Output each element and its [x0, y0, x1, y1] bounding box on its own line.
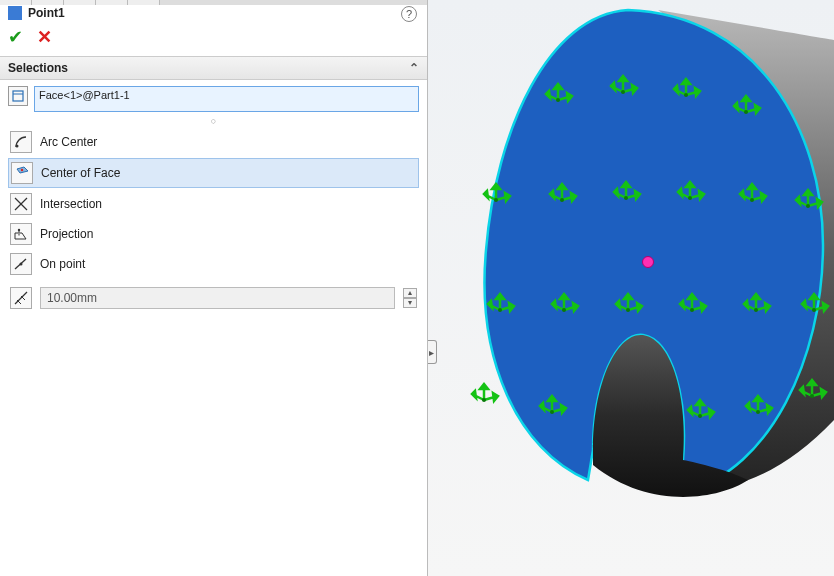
svg-point-3	[21, 169, 23, 171]
arc-center-icon	[10, 131, 32, 153]
option-label: On point	[40, 257, 85, 271]
svg-rect-0	[13, 91, 23, 101]
spinner-down[interactable]: ▾	[403, 298, 417, 308]
property-manager-panel: Point1 ? ✔ ✕ Selections ⌃ Face<1>@Part1-…	[0, 0, 428, 576]
confirm-row: ✔ ✕	[0, 22, 427, 57]
center-of-face-icon	[11, 162, 33, 184]
selection-item: Face<1>@Part1-1	[39, 89, 130, 101]
graphics-viewport[interactable]: ▸	[428, 0, 834, 576]
svg-point-2	[16, 145, 19, 148]
option-intersection[interactable]: Intersection	[8, 190, 419, 218]
selection-list[interactable]: Face<1>@Part1-1	[34, 86, 419, 112]
panel-header: Point1 ?	[0, 0, 427, 22]
option-center-of-face[interactable]: Center of Face	[8, 158, 419, 188]
option-arc-center[interactable]: Arc Center	[8, 128, 419, 156]
ok-button[interactable]: ✔	[8, 26, 23, 48]
option-on-point[interactable]: On point	[8, 250, 419, 278]
svg-point-9	[20, 263, 23, 266]
option-label: Center of Face	[41, 166, 120, 180]
help-icon[interactable]: ?	[401, 6, 417, 22]
option-label: Arc Center	[40, 135, 97, 149]
spinner-up[interactable]: ▴	[403, 288, 417, 298]
center-point	[643, 257, 654, 268]
selections-body: Face<1>@Part1-1 ○ Arc Center Center of F…	[0, 80, 427, 322]
selections-section-header[interactable]: Selections ⌃	[0, 57, 427, 80]
dimension-input[interactable]	[40, 287, 395, 309]
option-label: Projection	[40, 227, 93, 241]
svg-point-6	[18, 229, 20, 231]
projection-icon	[10, 223, 32, 245]
model-scene	[428, 0, 834, 576]
dimension-row: ▴ ▾	[8, 284, 419, 312]
selection-row: Face<1>@Part1-1	[8, 86, 419, 112]
on-point-icon	[10, 253, 32, 275]
intersection-icon	[10, 193, 32, 215]
section-label: Selections	[8, 61, 68, 75]
panel-collapse-tab[interactable]: ▸	[428, 340, 437, 364]
feature-title: Point1	[28, 6, 65, 20]
option-projection[interactable]: Projection	[8, 220, 419, 248]
svg-line-10	[15, 292, 27, 304]
chevron-up-icon: ⌃	[409, 61, 419, 75]
resize-grip-icon[interactable]: ○	[8, 116, 419, 126]
dimension-icon	[10, 287, 32, 309]
point-feature-icon	[8, 6, 22, 20]
dimension-spinner: ▴ ▾	[403, 288, 417, 308]
cancel-button[interactable]: ✕	[37, 26, 52, 48]
option-label: Intersection	[40, 197, 102, 211]
face-selection-icon[interactable]	[8, 86, 28, 106]
